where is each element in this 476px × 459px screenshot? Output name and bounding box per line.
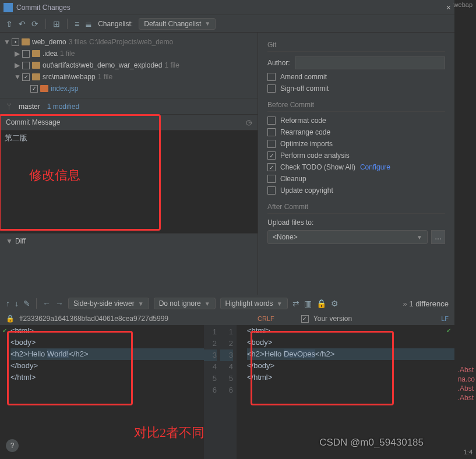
gear-icon[interactable]: ⚙ — [331, 299, 339, 308]
ok-marker-icon: ✔ — [446, 327, 451, 334]
tree-node[interactable]: ▼ src\main\webapp 1 file — [0, 71, 258, 83]
before-checkbox[interactable] — [267, 151, 276, 160]
before-checkbox[interactable] — [267, 186, 276, 195]
commit-message-text: 第二版 — [5, 133, 27, 143]
back-icon[interactable]: ← — [43, 299, 51, 308]
history-icon[interactable]: ◷ — [246, 118, 252, 126]
layout-icon[interactable]: ▥ — [304, 299, 312, 308]
before-checkbox[interactable] — [267, 128, 276, 136]
git-section: Git — [267, 41, 445, 52]
fwd-icon[interactable]: → — [55, 299, 64, 308]
separator — [67, 19, 68, 29]
ignore-select[interactable]: Do not ignore▼ — [154, 298, 216, 309]
collapse-icon[interactable]: ≣ — [85, 19, 92, 29]
window-title: Commit Changes — [16, 3, 446, 12]
app-icon — [3, 3, 13, 12]
folder-icon — [32, 50, 40, 57]
folder-icon — [32, 73, 40, 80]
group-icon[interactable]: ⊞ — [53, 19, 60, 29]
branch-name[interactable]: master — [19, 103, 40, 111]
revert-icon[interactable]: ↶ — [19, 19, 26, 29]
chevron-right-icon[interactable]: ▶ — [14, 61, 20, 69]
file-tree: ▼ ▪ web_demo 3 files C:\IdeaProjects\web… — [0, 33, 258, 98]
help-button[interactable]: ? — [6, 439, 19, 452]
lock-icon[interactable]: 🔒 — [316, 299, 326, 308]
upload-select[interactable]: <None> ▼ — [267, 230, 428, 244]
author-label: Author: — [267, 59, 290, 67]
refresh-icon[interactable]: ⟳ — [31, 19, 38, 29]
background-log: .Abstna.co.Abst.Abst — [458, 366, 475, 403]
highlight-select[interactable]: Highlight words▼ — [220, 298, 288, 309]
before-label: Cleanup — [280, 175, 306, 183]
before-checkbox[interactable] — [267, 175, 276, 183]
chevron-down-icon: ▼ — [417, 234, 422, 241]
bg-hint: webap — [454, 1, 473, 8]
tree-file[interactable]: index.jsp — [0, 83, 258, 94]
your-version-label: Your version — [313, 315, 352, 323]
annotation-msg: 修改信息 — [29, 167, 80, 184]
changelist-select[interactable]: Default Changelist ▼ — [139, 18, 216, 30]
checkbox[interactable] — [22, 62, 30, 69]
file-hash: ff2333629a1641368bfad04061e8cea9727d5999 — [19, 315, 168, 323]
chevron-down-icon: ▼ — [204, 20, 210, 27]
viewer-select[interactable]: Side-by-side viewer▼ — [68, 298, 149, 309]
before-checkbox[interactable] — [267, 116, 276, 125]
chevron-down-icon[interactable]: ▼ — [14, 73, 20, 81]
lock-icon: 🔒 — [6, 315, 15, 323]
branch-icon[interactable]: ᛘ — [6, 103, 12, 111]
ok-marker-icon: ✔ — [2, 327, 7, 334]
right-encoding: LF — [441, 315, 449, 322]
chevron-down-icon[interactable]: ▼ — [6, 237, 12, 245]
before-label: Rearrange code — [280, 128, 330, 136]
next-diff-icon[interactable]: ↓ — [15, 299, 19, 308]
left-encoding: CRLF — [258, 315, 274, 322]
expand-icon[interactable]: ≡ — [75, 19, 79, 29]
folder-icon — [32, 62, 40, 69]
upload-label: Upload files to: — [267, 218, 313, 227]
amend-label: Amend commit — [280, 73, 327, 81]
separator — [45, 19, 46, 29]
edit-icon[interactable]: ✎ — [23, 299, 30, 308]
tree-node[interactable]: ▶ .idea 1 file — [0, 48, 258, 59]
tree-root[interactable]: ▼ ▪ web_demo 3 files C:\IdeaProjects\web… — [0, 36, 258, 48]
checkbox[interactable] — [30, 85, 38, 93]
diff-count: 1 difference — [409, 299, 449, 308]
before-label: Update copyright — [280, 186, 333, 195]
after-section: After Commit — [267, 203, 445, 214]
status-position: 1:4 — [464, 449, 473, 456]
commit-message-input[interactable]: 第二版 修改信息 — [0, 130, 258, 234]
chevron-down-icon[interactable]: ▼ — [3, 38, 9, 46]
your-version-checkbox[interactable] — [301, 315, 309, 323]
checkbox[interactable] — [22, 73, 30, 81]
configure-link[interactable]: Configure — [360, 163, 390, 171]
signoff-checkbox[interactable] — [267, 84, 276, 93]
before-label: Perform code analysis — [280, 151, 350, 160]
commit-message-header: Commit Message — [6, 118, 60, 126]
tree-node[interactable]: ▶ out\artifacts\web_demo_war_exploded 1 … — [0, 59, 258, 71]
before-label: Check TODO (Show All) — [280, 163, 355, 171]
upload-more-button[interactable]: … — [431, 230, 445, 244]
prev-diff-icon[interactable]: ↑ — [6, 299, 10, 308]
sync-scroll-icon[interactable]: ⇄ — [292, 299, 299, 308]
before-checkbox[interactable] — [267, 140, 276, 148]
checkbox[interactable]: ▪ — [12, 38, 19, 46]
changelist-label: Changelist: — [98, 20, 133, 28]
modified-count[interactable]: 1 modified — [47, 103, 79, 111]
before-label: Optimize imports — [280, 140, 333, 148]
amend-checkbox[interactable] — [267, 73, 276, 81]
before-section: Before Commit — [267, 101, 445, 112]
chevron-right-icon[interactable]: ▶ — [14, 50, 20, 58]
signoff-label: Sign-off commit — [280, 84, 329, 93]
jsp-icon — [40, 85, 48, 92]
diff-header: Diff — [15, 237, 26, 245]
checkbox[interactable] — [22, 50, 30, 58]
author-input[interactable] — [295, 57, 445, 69]
watermark: CSDN @m0_59430185 — [319, 437, 424, 449]
before-label: Reformat code — [280, 116, 326, 125]
folder-icon — [22, 38, 30, 45]
commit-arrow-icon[interactable]: ⇧ — [6, 19, 13, 29]
close-icon[interactable]: × — [446, 3, 451, 12]
before-checkbox[interactable] — [267, 163, 276, 171]
